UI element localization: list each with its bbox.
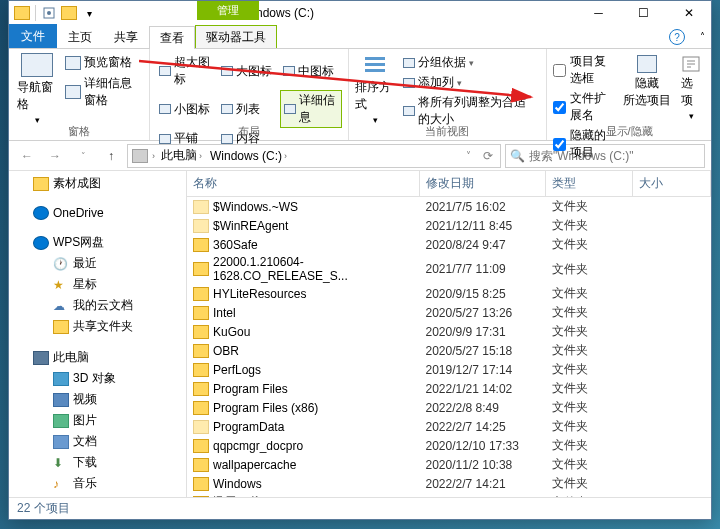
col-date[interactable]: 修改日期 (420, 171, 546, 196)
file-extensions-toggle[interactable]: 文件扩展名 (553, 90, 617, 124)
file-type: 文件夹 (546, 236, 634, 253)
ribbon-group-current-view: 排序方式 ▾ 分组依据▾ 添加列▾ 将所有列调整为合适的大小 当前视图 (349, 49, 548, 140)
file-date: 2022/2/8 8:49 (419, 401, 545, 415)
forward-button[interactable]: → (43, 144, 67, 168)
preview-pane-button[interactable]: 预览窗格 (63, 53, 143, 72)
file-date: 2021/7/5 16:02 (419, 200, 545, 214)
tab-file[interactable]: 文件 (9, 24, 57, 48)
tree-downloads[interactable]: ⬇下载 (9, 452, 186, 473)
navigation-tree[interactable]: 素材成图 OneDrive WPS网盘 🕐最近 ★星标 ☁我的云文档 共享文件夹… (9, 171, 187, 497)
tab-home[interactable]: 主页 (57, 25, 103, 48)
properties-icon[interactable] (40, 4, 58, 22)
file-date: 2019/12/7 17:14 (419, 363, 545, 377)
file-row[interactable]: Intel2020/5/27 13:26文件夹 (187, 303, 711, 322)
file-row[interactable]: Program Files (x86)2022/2/8 8:49文件夹 (187, 398, 711, 417)
file-row[interactable]: Windows2022/2/7 14:21文件夹 (187, 474, 711, 493)
tree-pictures[interactable]: 图片 (9, 410, 186, 431)
file-row[interactable]: Program Files2022/1/21 14:02文件夹 (187, 379, 711, 398)
file-icon (193, 420, 209, 434)
tree-documents[interactable]: 文档 (9, 431, 186, 452)
layout-details[interactable]: 详细信息 (280, 90, 341, 128)
maximize-button[interactable]: ☐ (621, 1, 666, 25)
tree-wps[interactable]: WPS网盘 (9, 232, 186, 253)
file-date: 2020/5/27 15:18 (419, 344, 545, 358)
new-folder-icon[interactable] (60, 4, 78, 22)
file-type: 文件夹 (546, 399, 634, 416)
file-row[interactable]: OBR2020/5/27 15:18文件夹 (187, 341, 711, 360)
col-name[interactable]: 名称 (187, 171, 420, 196)
ribbon-group-layout: 超大图标 大图标 中图标 小图标 列表 详细信息 平铺 内容 布局 (150, 49, 349, 140)
file-name: $WinREAgent (213, 219, 288, 233)
file-row[interactable]: HYLiteResources2020/9/15 8:25文件夹 (187, 284, 711, 303)
tab-share[interactable]: 共享 (103, 25, 149, 48)
navigation-pane-button[interactable]: 导航窗格 ▾ (15, 51, 59, 127)
col-type[interactable]: 类型 (546, 171, 633, 196)
options-button[interactable]: 选项 ▾ (677, 53, 705, 161)
file-icon (193, 287, 209, 301)
file-date: 2022/2/7 14:21 (419, 477, 545, 491)
tree-videos[interactable]: 视频 (9, 389, 186, 410)
file-type: 文件夹 (546, 285, 634, 302)
file-icon (193, 219, 209, 233)
details-pane-button[interactable]: 详细信息窗格 (63, 74, 143, 110)
tree-star[interactable]: ★星标 (9, 274, 186, 295)
file-row[interactable]: wallpapercache2020/11/2 10:38文件夹 (187, 455, 711, 474)
tree-share[interactable]: 共享文件夹 (9, 316, 186, 337)
qat-dropdown-icon[interactable]: ▾ (80, 4, 98, 22)
file-icon (193, 477, 209, 491)
file-row[interactable]: 22000.1.210604-1628.CO_RELEASE_S...2021/… (187, 254, 711, 284)
tree-music[interactable]: ♪音乐 (9, 473, 186, 494)
tree-recent[interactable]: 🕐最近 (9, 253, 186, 274)
collapse-ribbon-icon[interactable]: ˄ (700, 31, 705, 42)
layout-large[interactable]: 大图标 (218, 53, 279, 89)
add-columns-button[interactable]: 添加列▾ (401, 73, 540, 92)
file-list[interactable]: 名称 修改日期 类型 大小 $Windows.~WS2021/7/5 16:02… (187, 171, 711, 497)
file-row[interactable]: PerfLogs2019/12/7 17:14文件夹 (187, 360, 711, 379)
minimize-button[interactable]: ─ (576, 1, 621, 25)
file-row[interactable]: $Windows.~WS2021/7/5 16:02文件夹 (187, 197, 711, 216)
help-icon[interactable]: ? (669, 29, 685, 45)
tree-onedrive[interactable]: OneDrive (9, 204, 186, 222)
item-checkboxes-toggle[interactable]: 项目复选框 (553, 53, 617, 87)
file-type: 文件夹 (546, 304, 634, 321)
file-row[interactable]: 360Safe2020/8/24 9:47文件夹 (187, 235, 711, 254)
file-type: 文件夹 (546, 342, 634, 359)
file-row[interactable]: qqpcmgr_docpro2020/12/10 17:33文件夹 (187, 436, 711, 455)
file-type: 文件夹 (546, 380, 634, 397)
sort-by-button[interactable]: 排序方式 ▾ (355, 53, 396, 129)
layout-extra-large[interactable]: 超大图标 (156, 53, 217, 89)
group-by-button[interactable]: 分组依据▾ (401, 53, 540, 72)
folder-icon[interactable] (13, 4, 31, 22)
tree-cloud[interactable]: ☁我的云文档 (9, 295, 186, 316)
tree-material[interactable]: 素材成图 (9, 173, 186, 194)
file-row[interactable]: KuGou2020/9/9 17:31文件夹 (187, 322, 711, 341)
back-button[interactable]: ← (15, 144, 39, 168)
addr-dropdown-icon[interactable]: ˅ (460, 144, 476, 168)
hide-selected-button[interactable]: 隐藏 所选项目 (619, 53, 675, 161)
recent-locations-button[interactable]: ˅ (71, 144, 95, 168)
file-name: wallpapercache (213, 458, 296, 472)
file-name: Program Files (213, 382, 288, 396)
file-date: 2020/8/24 9:47 (419, 238, 545, 252)
tab-view[interactable]: 查看 (149, 26, 195, 49)
svg-point-1 (47, 11, 51, 15)
file-row[interactable]: ProgramData2022/2/7 14:25文件夹 (187, 417, 711, 436)
file-icon (193, 306, 209, 320)
breadcrumb-pc[interactable]: 此电脑 › (159, 147, 204, 164)
layout-medium[interactable]: 中图标 (280, 53, 341, 89)
tree-this-pc[interactable]: 此电脑 (9, 347, 186, 368)
quick-access-toolbar: ▾ (9, 4, 102, 22)
layout-list[interactable]: 列表 (218, 90, 279, 128)
tab-drive-tools[interactable]: 驱动器工具 (195, 25, 277, 48)
file-type: 文件夹 (546, 198, 634, 215)
up-button[interactable]: ↑ (99, 144, 123, 168)
layout-small[interactable]: 小图标 (156, 90, 217, 128)
file-icon (193, 382, 209, 396)
breadcrumb-drive[interactable]: Windows (C:) › (208, 149, 289, 163)
tree-3d-objects[interactable]: 3D 对象 (9, 368, 186, 389)
col-size[interactable]: 大小 (633, 171, 711, 196)
file-date: 2020/5/27 13:26 (419, 306, 545, 320)
file-row[interactable]: $WinREAgent2021/12/11 8:45文件夹 (187, 216, 711, 235)
refresh-button[interactable]: ⟳ (480, 144, 496, 168)
close-button[interactable]: ✕ (666, 1, 711, 25)
